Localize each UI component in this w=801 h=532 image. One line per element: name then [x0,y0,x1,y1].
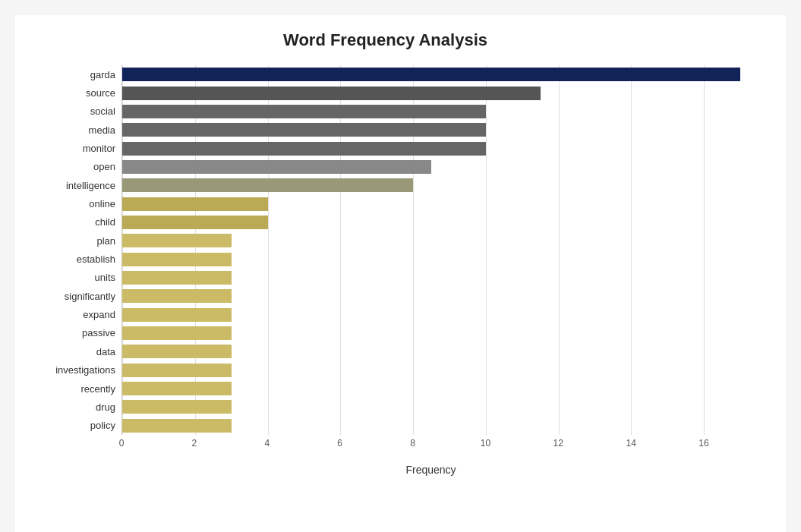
bar-row [122,398,740,415]
bar [122,68,740,81]
chart-area: gardasourcesocialmediamonitoropenintelli… [30,65,740,476]
bar [122,234,232,247]
y-label: social [90,106,115,116]
x-tick-label: 6 [337,438,342,449]
bar-row [122,140,740,157]
chart-container: Word Frequency Analysis gardasourcesocia… [15,15,786,532]
y-label: garda [90,70,115,80]
y-label: drug [96,402,115,412]
y-label: intelligence [66,181,115,190]
x-tick-label: 4 [264,438,270,449]
bar [122,178,413,192]
bar-row [122,85,740,102]
bar [122,105,486,118]
bar-row [122,251,740,268]
bar-row [122,121,740,138]
bar-row [122,177,740,194]
bar [122,87,541,100]
x-tick-label: 10 [481,438,490,449]
bar [122,197,268,211]
y-label: child [95,217,115,227]
chart-title: Word Frequency Analysis [30,30,740,50]
y-label: data [96,347,115,357]
x-axis-container: 0246810121416 [121,435,740,458]
bar-row [122,325,740,342]
bar [122,308,232,322]
bar-rows [122,65,740,435]
y-label: expand [83,310,115,320]
bar-row [122,288,740,304]
bar [122,160,431,174]
bar [122,123,486,137]
bar-row [122,362,740,379]
bar-row [122,269,740,286]
bar-row [122,307,740,323]
x-tick-label: 0 [119,438,125,449]
bar [122,364,232,377]
y-label: establish [77,254,115,264]
bar-row [122,343,740,360]
y-label: source [86,88,115,98]
bar-row [122,380,740,397]
y-label: units [95,272,115,282]
y-label: online [89,199,115,209]
bar-row [122,66,740,83]
bar [122,142,486,156]
bar-row [122,159,740,175]
bar-row [122,417,740,434]
x-tick-label: 12 [553,438,563,449]
bars-grid [121,65,740,435]
bar [122,271,232,285]
x-tick-label: 8 [410,438,415,449]
x-tick-label: 2 [192,438,197,449]
y-label: monitor [83,143,115,153]
bar [122,345,232,358]
x-tick-label: 16 [699,438,708,449]
y-label: policy [90,420,115,430]
bars-section: gardasourcesocialmediamonitoropenintelli… [30,65,740,435]
x-tick-label: 14 [626,438,635,449]
y-label: investigations [55,365,115,375]
bar-row [122,214,740,231]
bar-row [122,232,740,249]
x-axis-label: Frequency [121,464,740,476]
y-label: passive [82,328,115,338]
bar [122,216,268,229]
y-label: significantly [65,291,115,301]
y-label: recently [80,384,115,394]
y-label: plan [96,236,115,246]
bar [122,382,232,395]
bar [122,400,232,414]
bar-row [122,196,740,212]
bar-row [122,103,740,120]
bar [122,253,232,266]
bar [122,326,232,340]
y-label: open [93,162,115,172]
bar [122,419,232,433]
bar [122,289,232,303]
y-label: media [89,125,115,135]
y-labels: gardasourcesocialmediamonitoropenintelli… [30,65,121,435]
